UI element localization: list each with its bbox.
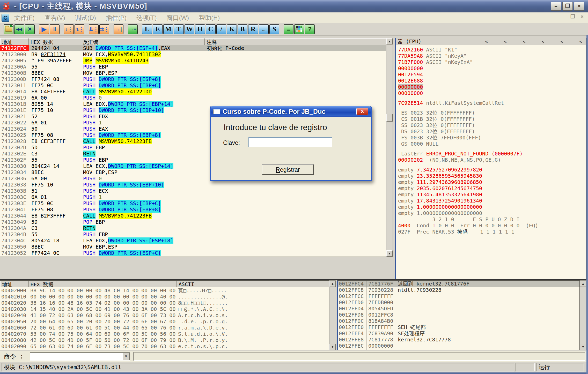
log-window-button[interactable]: L — [142, 24, 152, 34]
dialog-close-button[interactable]: X — [356, 108, 368, 115]
scroll-up-arrow[interactable]: ▲ — [386, 38, 393, 44]
register-line[interactable]: 71B7F000 ASCII "nKeyExA" — [396, 59, 586, 65]
pause-button[interactable]: ‖ — [50, 24, 60, 34]
dump-scrollbar[interactable]: ▲ ▼ — [329, 280, 336, 350]
register-line[interactable]: empty 1.0000000000000000000 — [396, 204, 586, 210]
scroll-down-arrow[interactable]: ▼ — [580, 344, 586, 350]
dump-row[interactable]: 0040207053 00 74 0075 00 64 0069 00 6F 0… — [0, 331, 329, 337]
register-line[interactable]: GS 0000 NULL — [396, 141, 586, 147]
register-line[interactable]: 00000000 — [396, 84, 586, 90]
appearance-button[interactable] — [294, 24, 304, 34]
scroll-down-arrow[interactable]: ▼ — [329, 344, 336, 350]
dump-row[interactable]: 0040209065 00 63 0074 00 6F 0073 00 5C 0… — [0, 343, 329, 349]
register-line[interactable]: LastErr ERROR_PROC_NOT_FOUND (0000007F) — [396, 151, 586, 157]
threads-window-button[interactable]: T — [174, 24, 184, 34]
command-input[interactable] — [31, 353, 122, 360]
dump-row[interactable]: 0040201000 00 00 0000 00 00 0000 00 00 0… — [0, 294, 329, 300]
disasm-row[interactable]: 74123011FF75 0CPUSH DWORD PTR SS:[EBP+C] — [0, 82, 386, 88]
register-line[interactable]: 0012E594 — [396, 71, 586, 78]
menu-item-0[interactable]: 文件(F) — [9, 12, 40, 23]
mdi-restore-button[interactable]: ❐ — [569, 13, 576, 20]
disasm-row[interactable]: 7412304AC3RETN — [0, 225, 386, 231]
dump-row[interactable]: 0040205020 00 64 0065 00 20 0070 00 72 0… — [0, 318, 329, 325]
menu-item-2[interactable]: 调试(D) — [70, 12, 101, 23]
cpu-child-icon[interactable]: C — [2, 14, 9, 22]
stack-row[interactable]: 0012FFE87C817778kernel32.7C817778 — [338, 336, 579, 343]
register-line[interactable]: 7C92E514 ntdll.KiFastSystemCallRet — [396, 100, 586, 106]
mdi-close-button[interactable]: × — [579, 13, 585, 20]
minimize-button[interactable]: – — [551, 2, 561, 11]
disasm-row[interactable]: 74122FFC294424 04SUB DWORD PTR SS:[ESP+4… — [0, 45, 386, 51]
menu-item-4[interactable]: 选项(T) — [131, 12, 162, 23]
stack-row[interactable]: 0012FFC47C81776F返回到 kernel32.7C81776F — [338, 281, 579, 287]
windows-window-button[interactable]: W — [185, 24, 194, 34]
step-over-button[interactable]: ↴⋮ — [75, 24, 84, 34]
patches-window-button[interactable]: / — [216, 24, 226, 34]
scroll-down-arrow[interactable]: ▼ — [386, 250, 393, 257]
register-line[interactable]: 77DA59A8 ASCII "nKeyA" — [396, 53, 586, 59]
cpu-window-button[interactable]: C — [206, 24, 216, 34]
disasm-row[interactable]: 741230508BECMOV EBP,ESP — [0, 244, 386, 250]
register-line[interactable]: 027F Prec NEAR,53 掩码 1 1 1 1 1 1 — [396, 229, 586, 235]
step-into-button[interactable]: ↓⋮ — [64, 24, 74, 34]
restore-button[interactable]: ❐ — [562, 2, 573, 11]
disasm-row[interactable]: 7412300A55PUSH EBP — [0, 64, 386, 70]
pager-left-icon[interactable]: < — [579, 39, 582, 44]
disasm-row[interactable]: 74123044E8 B2F3FFFFCALL MSVBVM50.741223F… — [0, 213, 386, 219]
disasm-row[interactable]: 7412304B55PUSH EBP — [0, 231, 386, 237]
disasm-row[interactable]: 7412303EFF75 0CPUSH DWORD PTR SS:[EBP+C] — [0, 200, 386, 206]
disasm-row[interactable]: 74123005^ E9 39A2FFFFJMP MSVBVM50.7411D2… — [0, 57, 386, 64]
restart-button[interactable]: ◀◀ — [14, 24, 24, 34]
stack-row[interactable]: 0012FFDC818A84B0 — [338, 318, 579, 324]
go-to-user-code-button[interactable]: →▪ — [128, 24, 138, 34]
register-line[interactable]: 00000000 — [396, 90, 586, 96]
stack-row[interactable]: 0012FFD80012FFC8 — [338, 312, 579, 318]
options-button[interactable]: ≡ — [284, 24, 293, 34]
disasm-row[interactable]: 74123041FF75 08PUSH DWORD PTR SS:[EBP+8] — [0, 206, 386, 213]
register-line[interactable]: empty 23.352865954565945830 — [396, 173, 586, 179]
close-program-button[interactable]: × — [25, 24, 35, 34]
register-line[interactable]: empty 2035.6020761245674750 — [396, 185, 586, 191]
register-line[interactable]: 00000202 (NO,NB,NE,A,NS,PO,GE,G) — [396, 157, 586, 163]
animate-into-button[interactable]: ⇊⋮ — [89, 24, 99, 34]
register-line[interactable]: empty 11345.481353325641980 — [396, 191, 586, 198]
dump-row[interactable]: 0040208042 00 5C 004D 00 5F 0050 00 72 0… — [0, 337, 329, 343]
stack-row[interactable]: 0012FFEC00000000 — [338, 343, 579, 349]
disasm-row[interactable]: 7412300B8BECMOV EBP,ESP — [0, 70, 386, 76]
stack-row[interactable]: 0012FFD480545DFD — [338, 305, 579, 312]
menu-item-3[interactable]: 插件(P) — [101, 12, 131, 23]
breakpoints-window-button[interactable]: B — [238, 24, 247, 34]
stack-row[interactable]: 0012FFCCFFFFFFFF — [338, 293, 579, 299]
scroll-up-arrow[interactable]: ▲ — [580, 281, 586, 287]
menu-item-1[interactable]: 查看(V) — [40, 12, 70, 23]
disasm-row[interactable]: 741230196A 00PUSH 0 — [0, 95, 386, 101]
register-line[interactable]: empty 17.843137254901961340 — [396, 198, 586, 204]
stack-row[interactable]: 0012FFD07FFDB000 — [338, 299, 579, 305]
call-stack-window-button[interactable]: K — [227, 24, 237, 34]
close-button[interactable]: × — [574, 2, 584, 11]
register-line[interactable]: 77DA2160 ASCII "K1" — [396, 47, 586, 53]
menu-item-6[interactable]: 帮助(H) — [194, 12, 225, 23]
register-line[interactable]: 4000 Cond 1 0 0 0 Err 0 0 0 0 0 0 0 0 (E… — [396, 222, 586, 229]
register-line[interactable]: 3 2 1 0 E S P U O Z D I — [396, 216, 586, 222]
clave-input[interactable] — [248, 137, 332, 147]
help-button[interactable]: ? — [305, 24, 315, 34]
handles-window-button[interactable]: H — [195, 24, 205, 34]
disasm-row[interactable]: 7412303B51PUSH ECX — [0, 188, 386, 194]
disasm-row[interactable]: 7412303C6A 01PUSH 1 — [0, 194, 386, 200]
memory-window-button[interactable]: M — [163, 24, 173, 34]
register-line[interactable]: CS 001B 32位 0(FFFFFFFF) — [396, 116, 586, 122]
scroll-thumb[interactable] — [386, 114, 393, 122]
combo-dropdown-arrow[interactable]: ▼ — [122, 353, 130, 360]
disasm-row[interactable]: 7412304C8D5424 18LEA EDX,DWORD PTR SS:[E… — [0, 237, 386, 244]
stack-row[interactable]: 0012FFE0FFFFFFFFSEH 链尾部 — [338, 324, 579, 330]
register-line[interactable]: SS 0023 32位 0(FFFFFFFF) — [396, 122, 586, 128]
mdi-minimize-button[interactable]: – — [560, 13, 567, 20]
register-line[interactable]: empty 111.29743639608906850 — [396, 179, 586, 185]
stack-row[interactable]: 0012FFE47C839A90SE处理程序 — [338, 330, 579, 336]
dump-row[interactable]: 0040202038 16 16 0048 16 03 7402 00 00 0… — [0, 300, 329, 306]
disasm-row[interactable]: 74123000B9 02E31174MOV ECX,MSVBVM50.7411… — [0, 51, 386, 57]
disasm-row[interactable]: 7412300DFF7424 08PUSH DWORD PTR SS:[ESP+… — [0, 76, 386, 82]
command-combobox[interactable]: ▼ — [30, 352, 130, 361]
pager-left-icon[interactable]: < — [541, 39, 544, 44]
